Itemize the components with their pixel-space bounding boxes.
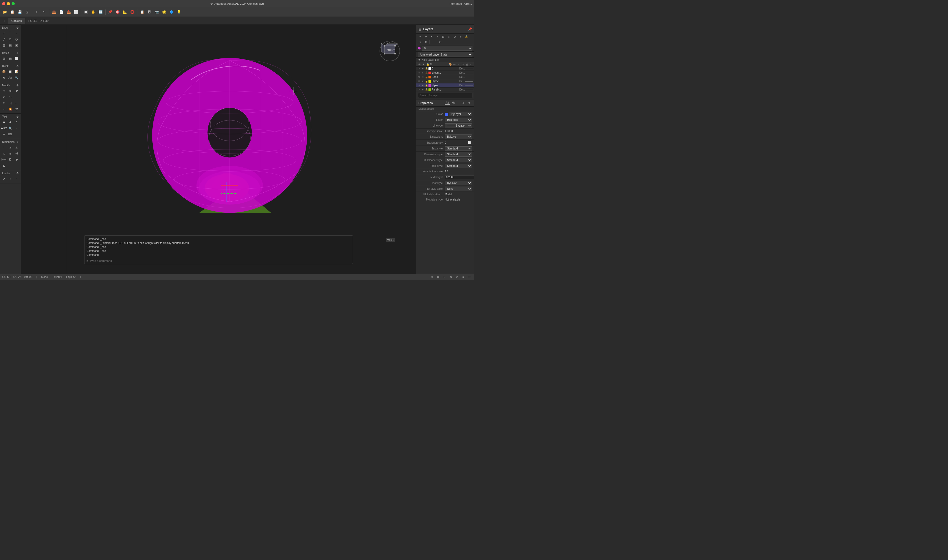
attdef-btn[interactable]: A — [1, 75, 7, 80]
polygon-tool[interactable]: ⬡ — [14, 36, 20, 42]
new-freeze-layer-btn[interactable]: ❄ — [423, 34, 428, 39]
trim-btn[interactable]: ✂ — [1, 100, 7, 106]
canvas-area[interactable]: N FRONT WCS Com — [21, 25, 416, 274]
rectangle-tool[interactable]: □ — [8, 36, 13, 42]
layer-row-0[interactable]: 👁 ☀ 🔓 0 De... ——— — [416, 66, 474, 71]
layer-merge-btn[interactable]: ⇒ — [417, 40, 423, 44]
stretch-btn[interactable]: ↔ — [14, 94, 20, 100]
undo-button[interactable]: ↩ — [34, 9, 40, 15]
modify-section-header[interactable]: Modify ⚙ — [0, 83, 20, 88]
arc-tool[interactable]: ⌒ — [8, 30, 13, 36]
mleader-add-btn[interactable]: + — [8, 176, 13, 182]
layout1-tab[interactable]: Layout1 — [52, 275, 62, 278]
mirror-btn[interactable]: ⇌ — [1, 94, 7, 100]
text-btn[interactable]: A — [8, 119, 13, 125]
color-dropdown[interactable]: ByLayer — [449, 112, 472, 116]
text-edit-btn[interactable]: ✏ — [1, 131, 7, 137]
layer-freeze-btn[interactable]: ❄ — [458, 34, 463, 39]
named-views-button[interactable]: 🖼 — [146, 9, 153, 15]
layer-lock-btn[interactable]: 🔒 — [464, 34, 469, 39]
layer-delete-btn[interactable]: 🗑 — [423, 40, 428, 44]
current-layer-dropdown[interactable]: 0circun...ConeElipseHiper...Parab... — [422, 46, 472, 51]
osnap-button[interactable]: 🎯 — [114, 9, 121, 15]
layer-row-circun[interactable]: 👁 ☀ 🔓 circun... De... ——— — [416, 71, 474, 75]
transparency-btn[interactable]: ⬜ — [466, 140, 472, 145]
continue-dim-btn[interactable]: ⊣ — [14, 151, 20, 156]
dimension-settings-icon[interactable]: ⚙ — [16, 140, 19, 143]
delete-layer-btn[interactable]: ✕ — [429, 34, 434, 39]
orbit-button[interactable]: 🔄 — [97, 9, 104, 15]
dim-style-btn[interactable]: D — [8, 157, 13, 162]
lineweight-dropdown[interactable]: ByLayer — [445, 134, 472, 139]
command-input[interactable] — [90, 259, 351, 262]
gradient-tool[interactable]: ▤ — [8, 42, 13, 48]
layer-match-btn[interactable]: ⊞ — [440, 34, 446, 39]
text-align-btn[interactable]: ⌨ — [8, 131, 13, 137]
lineweight-status[interactable]: ≡ — [462, 275, 464, 278]
tolerance-btn[interactable]: ⊕ — [14, 157, 20, 162]
text-style-btn[interactable]: ≡ — [14, 125, 20, 131]
add-layout-btn[interactable]: + — [80, 275, 81, 278]
linear-dim-btn[interactable]: ⊢ — [1, 145, 7, 150]
new-tab-button[interactable]: + — [2, 18, 7, 23]
angular-dim-btn[interactable]: ∠ — [14, 145, 20, 150]
clipboard-button[interactable]: 📋 — [9, 9, 16, 15]
viewport-cube[interactable]: N FRONT — [379, 40, 400, 62]
extend-btn[interactable]: →| — [8, 100, 13, 106]
layer-dropdown[interactable]: Hiperbole — [445, 118, 472, 122]
draw-section-header[interactable]: Draw ⚙ — [0, 26, 20, 30]
snap-status[interactable]: ⊞ — [431, 275, 433, 278]
explode-btn[interactable]: 💥 — [8, 106, 13, 112]
print-button[interactable]: 🖨 — [24, 9, 31, 15]
materials-button[interactable]: 🔷 — [168, 9, 175, 15]
properties-tab-all[interactable]: All — [445, 101, 450, 105]
rotate-btn[interactable]: ↻ — [14, 88, 20, 94]
leader-section-header[interactable]: Leader ⚙ — [0, 171, 20, 175]
layer-isolate-btn[interactable]: ◎ — [446, 34, 452, 39]
chamfer-btn[interactable]: ⌐ — [1, 106, 7, 112]
text-section-header[interactable]: Text ⚙ — [0, 115, 20, 119]
table-style-dropdown[interactable]: Standard — [445, 164, 472, 168]
layer-row-parab[interactable]: 👁 ☀ 🔓 Parab... De... ——— — [416, 88, 474, 92]
hide-layer-list-toggle[interactable]: ▼ Hide Layer List — [416, 58, 474, 62]
redo-button[interactable]: ↪ — [41, 9, 48, 15]
layer-row-cone[interactable]: 👁 ☀ 🔓 Cone De... ——— — [416, 75, 474, 79]
baseline-dim-btn[interactable]: ⊢⊣ — [1, 157, 7, 162]
lights-button[interactable]: 💡 — [175, 9, 182, 15]
mleader-remove-btn[interactable]: − — [14, 176, 20, 182]
properties-settings-btn[interactable]: ⚙ — [460, 100, 466, 105]
hatch-gradient-btn[interactable]: ▤ — [8, 55, 13, 61]
dim-style-dropdown[interactable]: Standard — [445, 152, 472, 157]
layer-state-button[interactable]: 📋 — [139, 9, 146, 15]
ordinate-dim-btn[interactable]: ⊾ — [1, 163, 7, 168]
mleader-btn[interactable]: ↗ — [1, 176, 7, 182]
modify-settings-icon[interactable]: ⚙ — [16, 84, 19, 87]
render-button[interactable]: 🌟 — [161, 9, 168, 15]
copy-btn[interactable]: ⊕ — [8, 88, 13, 94]
diameter-dim-btn[interactable]: ⌀ — [8, 151, 13, 156]
grid-status[interactable]: ▦ — [437, 275, 439, 278]
model-tab[interactable]: Model — [41, 275, 48, 278]
layer-row-hiper[interactable]: 👁 ☀ 🔓 Hiper... De... ——— — [416, 83, 474, 88]
open-button[interactable]: 📂 — [2, 9, 8, 15]
close-button[interactable] — [2, 2, 5, 5]
minimize-button[interactable] — [7, 2, 10, 5]
layer-search-input[interactable] — [418, 93, 472, 98]
check-spelling-btn[interactable]: ABC — [1, 125, 7, 131]
dimension-section-header[interactable]: Dimension ⚙ — [0, 140, 20, 144]
battman-btn[interactable]: 🔧 — [14, 75, 20, 80]
leader-settings-icon[interactable]: ⚙ — [16, 172, 19, 175]
mtext-btn[interactable]: A — [1, 119, 7, 125]
hatch-tool[interactable]: ▨ — [1, 42, 7, 48]
plot-button[interactable]: 📤 — [51, 9, 57, 15]
draw-settings-icon[interactable]: ⚙ — [16, 26, 19, 29]
properties-filter-btn[interactable]: ▼ — [466, 100, 472, 105]
layer-row-elipse[interactable]: 👁 ☀ 🔓 Elipse De... ——— — [416, 79, 474, 83]
hatch-settings-icon[interactable]: ⚙ — [16, 52, 19, 54]
linetype-dropdown[interactable]: ——— ByLayer — [445, 123, 472, 128]
polar-status[interactable]: ⊕ — [450, 275, 452, 278]
layers-settings-btn[interactable]: ⚙ — [437, 40, 442, 44]
maximize-button[interactable] — [12, 2, 15, 5]
erase-btn[interactable]: 🗑 — [14, 106, 20, 112]
create-block-btn[interactable]: 🔲 — [8, 69, 13, 74]
